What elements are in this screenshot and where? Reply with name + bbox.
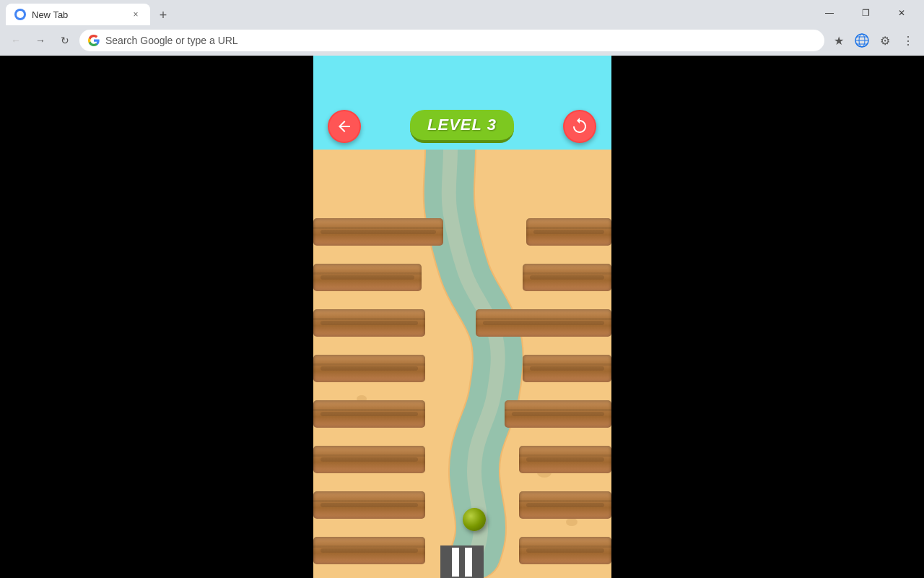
plank (523, 264, 611, 291)
plank (505, 400, 611, 428)
active-tab[interactable]: New Tab × (6, 4, 150, 25)
profile-icon[interactable] (852, 30, 872, 51)
reload-button[interactable]: ↻ (55, 30, 75, 51)
svg-point-0 (17, 11, 24, 18)
plank (313, 309, 425, 337)
back-button-inner (329, 111, 359, 142)
forward-nav-button[interactable]: → (30, 30, 51, 51)
plank (313, 355, 425, 382)
plank (519, 446, 611, 473)
plank (313, 537, 425, 564)
tab-bar: New Tab × + (6, 0, 813, 25)
plank (313, 218, 443, 246)
plank (519, 491, 611, 519)
goal-stripe (452, 548, 459, 577)
game-container[interactable]: LEVEL 3 (313, 56, 611, 578)
extensions-button[interactable]: ⚙ (875, 30, 895, 51)
plank (476, 309, 611, 337)
browser-content: LEVEL 3 (0, 56, 924, 578)
title-bar: New Tab × + — ❐ ✕ (0, 0, 924, 25)
game-play-area (313, 150, 611, 578)
tab-favicon (14, 9, 26, 20)
close-button[interactable]: ✕ (885, 0, 918, 25)
level-text: LEVEL 3 (427, 116, 497, 134)
plank (313, 446, 425, 473)
url-bar[interactable]: Search Google or type a URL (79, 30, 824, 51)
refresh-button[interactable] (563, 110, 596, 143)
goal-outlet (440, 545, 484, 578)
refresh-button-inner (565, 111, 595, 142)
maximize-button[interactable]: ❐ (849, 0, 882, 25)
minimize-button[interactable]: — (813, 0, 846, 25)
new-tab-button[interactable]: + (153, 5, 173, 25)
plank (313, 264, 422, 291)
toolbar-icons: ★ ⚙ ⋮ (829, 30, 918, 51)
plank (523, 355, 611, 382)
google-icon (88, 35, 100, 46)
sand-spot (566, 518, 578, 526)
plank (313, 400, 425, 428)
url-input[interactable]: Search Google or type a URL (105, 35, 816, 46)
bookmark-button[interactable]: ★ (829, 30, 849, 51)
tab-close-button[interactable]: × (130, 9, 141, 20)
plank (519, 537, 611, 564)
ball (463, 508, 486, 531)
level-badge: LEVEL 3 (410, 110, 514, 143)
game-header: LEVEL 3 (313, 110, 611, 143)
address-bar: ← → ↻ Search Google or type a URL ★ (0, 25, 924, 56)
menu-button[interactable]: ⋮ (898, 30, 918, 51)
back-arrow-icon (336, 118, 353, 135)
browser-frame: New Tab × + — ❐ ✕ ← → ↻ Search Google or… (0, 0, 924, 578)
refresh-icon (570, 117, 589, 136)
back-nav-button[interactable]: ← (6, 30, 26, 51)
goal-stripe (465, 548, 472, 577)
window-controls: — ❐ ✕ (813, 0, 918, 25)
back-button[interactable] (328, 110, 361, 143)
tab-title: New Tab (32, 9, 124, 20)
plank (526, 218, 611, 246)
plank (313, 491, 425, 519)
